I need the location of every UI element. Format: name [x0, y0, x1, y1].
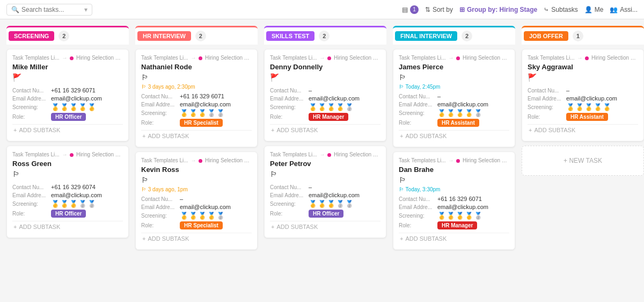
medal: 🥈 [216, 212, 225, 220]
card-contact-field: Contact Nu... – [528, 87, 638, 94]
card-dan-brahe[interactable]: Task Templates Li... → Hiring Selection … [393, 152, 515, 250]
stage-badge-job-offer: JOB OFFER [524, 31, 568, 41]
medal: 🥇 [318, 103, 326, 111]
filter-action[interactable]: ▤ 1 [402, 5, 419, 14]
card-mike-miller[interactable]: Task Templates Li... → Hiring Selection … [6, 49, 129, 141]
assi-icon: 👥 [610, 6, 618, 13]
medal: 🥇 [437, 109, 446, 117]
card-contact-field: Contact Nu... – [270, 184, 380, 190]
plus-icon: + [271, 224, 274, 230]
plus-icon: + [13, 127, 17, 133]
medals-container: 🥇🥇🥇🥇🥈 [180, 212, 225, 220]
email-label: Email Addre... [12, 96, 51, 102]
card-email-field: Email Addre... email@clickup.com [141, 204, 252, 210]
add-subtask-btn[interactable]: + ADD SUBTASK [270, 221, 380, 232]
medal: 🥇 [584, 103, 593, 111]
column-final-interview: FINAL INTERVIEW 2 Task Templates Li... →… [393, 26, 515, 250]
add-subtask-btn[interactable]: + ADD SUBTASK [141, 233, 252, 244]
plus-icon: + [142, 235, 145, 242]
plus-icon: + [13, 224, 17, 230]
email-value: email@clickup.com [180, 204, 231, 210]
card-title: Nathaniel Rode [141, 63, 252, 71]
add-subtask-btn[interactable]: + ADD SUBTASK [12, 124, 123, 135]
sort-action[interactable]: ⇅ Sort by [425, 6, 453, 13]
stage-badge-screening: SCREENING [9, 31, 54, 41]
assi-action[interactable]: 👥 Assi... [610, 6, 638, 13]
count-badge-job-offer: 1 [573, 31, 583, 41]
contact-value: +61 16 329 6071 [180, 93, 224, 99]
cards-final-interview: Task Templates Li... → Hiring Selection … [393, 49, 515, 250]
card-email-field: Email Addre... email@clickup.com [270, 192, 380, 198]
card-kevin-ross[interactable]: Task Templates Li... → Hiring Selection … [135, 152, 258, 250]
medal: 🥈 [87, 200, 96, 208]
time-icon: 🏳 [399, 186, 404, 192]
plus-icon: + [271, 127, 274, 133]
email-value: email@clickup.com [566, 95, 617, 102]
email-value: email@clickup.com [309, 192, 360, 198]
column-hr-interview: HR INTERVIEW 2 Task Templates Li... → Hi… [135, 26, 258, 250]
add-subtask-btn[interactable]: + ADD SUBTASK [399, 130, 509, 141]
role-label: Role: [270, 211, 309, 217]
card-role-field: Role: HR Officer [12, 210, 123, 218]
card-sky-aggrawal[interactable]: Task Templates Li... → Hiring Selection … [522, 49, 644, 141]
card-role-field: Role: HR Manager [399, 221, 509, 229]
count-badge-hr-interview: 2 [195, 31, 206, 41]
card-peter-petrov[interactable]: Task Templates Li... → Hiring Selection … [264, 146, 386, 238]
add-subtask-btn[interactable]: + ADD SUBTASK [141, 130, 252, 141]
medals-container: 🥇🥇🥇🥇🥈 [437, 109, 482, 117]
time-icon: 🏳 [141, 84, 147, 90]
contact-value: – [566, 87, 569, 94]
screening-label: Screening: [12, 201, 51, 207]
role-label: Role: [399, 120, 437, 126]
card-role-field: Role: HR Specialist [141, 119, 252, 127]
me-action[interactable]: 👤 Me [584, 6, 604, 13]
subtasks-action[interactable]: ⤷ Subtasks [544, 6, 577, 13]
search-icon: 🔍 [11, 6, 19, 13]
card-ross-green[interactable]: Task Templates Li... → Hiring Selection … [6, 146, 129, 238]
add-subtask-btn[interactable]: + ADD SUBTASK [12, 221, 123, 232]
contact-label: Contact Nu... [399, 94, 437, 99]
contact-value: – [309, 184, 312, 190]
group-by-label: Group by: Hiring Stage [467, 6, 537, 13]
card-email-field: Email Addre... email@clickup.com [270, 95, 380, 102]
card-nathaniel-rode[interactable]: Task Templates Li... → Hiring Selection … [135, 49, 258, 147]
email-label: Email Addre... [12, 192, 51, 198]
card-screening-field: Screening: 🥇🥇🥇🥈🥈 [141, 109, 252, 117]
screening-label: Screening: [528, 104, 566, 110]
card-role-field: Role: HR Manager [270, 113, 380, 121]
email-value: email@clickup.com [309, 95, 360, 102]
card-james-pierce[interactable]: Task Templates Li... → Hiring Selection … [393, 49, 515, 147]
role-label: Role: [141, 120, 180, 126]
card-meta: Task Templates Li... → Hiring Selection … [12, 55, 123, 61]
medal: 🥇 [78, 103, 87, 111]
add-subtask-label: ADD SUBTASK [276, 127, 318, 133]
contact-label: Contact Nu... [270, 184, 309, 190]
medal: 🥈 [345, 200, 354, 208]
add-subtask-label: ADD SUBTASK [148, 133, 189, 139]
add-subtask-btn[interactable]: + ADD SUBTASK [528, 124, 638, 135]
stage-badge-hr-interview: HR INTERVIEW [137, 31, 191, 41]
screening-label: Screening: [12, 104, 51, 110]
contact-label: Contact Nu... [141, 94, 180, 99]
medal: 🥈 [207, 109, 216, 117]
card-email-field: Email Addre... email@clickup.com [12, 192, 123, 198]
card-denny-donnelly[interactable]: Task Templates Li... → Hiring Selection … [264, 49, 386, 141]
cards-skills-test: Task Templates Li... → Hiring Selection … [264, 49, 386, 238]
role-badge: HR Assistant [566, 113, 608, 121]
medals-container: 🥇🥇🥇🥈🥈 [180, 109, 225, 117]
role-label: Role: [399, 222, 437, 228]
card-title: Mike Miller [12, 63, 123, 71]
card-email-field: Email Addre... email@clickup.com [399, 101, 509, 107]
card-email-field: Email Addre... email@clickup.com [399, 204, 509, 210]
search-input[interactable] [21, 6, 82, 13]
new-task-button[interactable]: + NEW TASK [522, 146, 644, 176]
search-box[interactable]: 🔍 ▾ [6, 4, 92, 16]
medal: 🥇 [594, 103, 602, 111]
contact-label: Contact Nu... [12, 184, 51, 190]
add-subtask-btn[interactable]: + ADD SUBTASK [399, 233, 509, 244]
add-subtask-btn[interactable]: + ADD SUBTASK [270, 124, 380, 135]
card-flag: 🏳 [141, 73, 252, 82]
medal: 🥇 [318, 200, 326, 208]
cards-screening: Task Templates Li... → Hiring Selection … [6, 49, 129, 238]
group-by-action[interactable]: ⊞ Group by: Hiring Stage [459, 6, 537, 13]
